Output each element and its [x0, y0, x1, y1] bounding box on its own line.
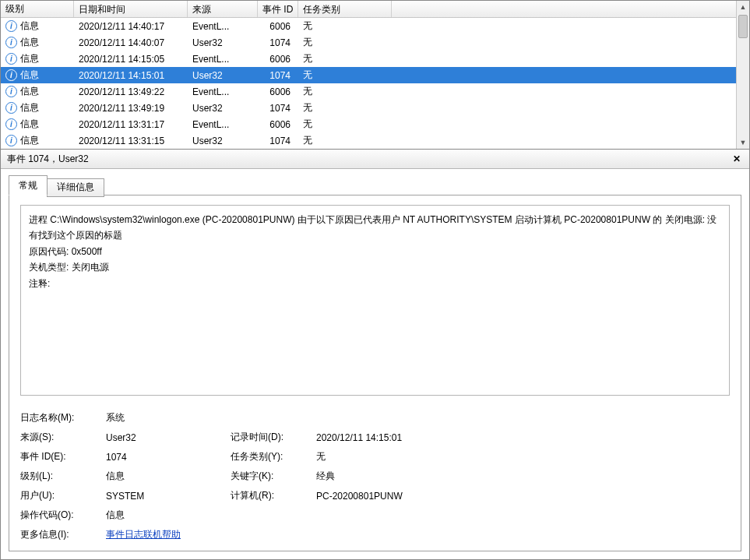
cell-taskcat: 无 [298, 132, 392, 149]
label-computer: 计算机(R): [231, 489, 316, 502]
cell-level: 信息 [20, 69, 39, 82]
value-level: 信息 [106, 470, 231, 483]
scroll-up-icon[interactable]: ▲ [737, 1, 749, 13]
cell-source: User32 [188, 69, 258, 83]
label-moreinfo: 更多信息(I): [20, 528, 106, 541]
desc-reason-code: 原因代码: 0x500ff [29, 244, 721, 259]
cell-datetime: 2020/12/11 13:49:22 [74, 85, 188, 99]
col-header-datetime[interactable]: 日期和时间 [74, 1, 188, 17]
cell-source: User32 [188, 101, 258, 115]
info-icon: i [5, 86, 17, 97]
table-row[interactable]: i信息2020/12/11 13:31:17EventL...6006无 [1, 116, 736, 132]
value-taskcat: 无 [316, 450, 488, 463]
tab-general-page: 进程 C:\Windows\system32\winlogon.exe (PC-… [9, 195, 741, 551]
table-row[interactable]: i信息2020/12/11 14:40:17EventL...6006无 [1, 18, 736, 34]
cell-eventid: 1074 [258, 101, 298, 115]
col-header-source[interactable]: 来源 [188, 1, 258, 17]
value-computer: PC-20200801PUNW [316, 491, 488, 502]
table-row[interactable]: i信息2020/12/11 13:31:15User321074无 [1, 132, 736, 149]
scroll-thumb[interactable] [738, 15, 748, 38]
info-icon: i [5, 69, 17, 81]
table-row[interactable]: i信息2020/12/11 14:40:07User321074无 [1, 34, 736, 51]
value-logged: 2020/12/11 14:15:01 [316, 432, 488, 443]
list-header[interactable]: 级别 日期和时间 来源 事件 ID 任务类别 [1, 1, 736, 18]
cell-taskcat: 无 [298, 67, 392, 83]
desc-line-main: 进程 C:\Windows\system32\winlogon.exe (PC-… [29, 212, 721, 244]
cell-level: 信息 [20, 134, 39, 147]
col-header-level[interactable]: 级别 [1, 1, 74, 17]
cell-datetime: 2020/12/11 13:31:17 [74, 118, 188, 132]
detail-panel-body: 常规 详细信息 进程 C:\Windows\system32\winlogon.… [1, 169, 749, 559]
label-opcode: 操作代码(O): [20, 509, 106, 522]
cell-datetime: 2020/12/11 14:40:17 [74, 19, 188, 33]
list-scrollbar[interactable]: ▲ ▼ [736, 1, 749, 149]
label-user: 用户(U): [20, 489, 106, 502]
label-eventid: 事件 ID(E): [20, 450, 106, 463]
value-user: SYSTEM [106, 491, 231, 502]
event-list[interactable]: 级别 日期和时间 来源 事件 ID 任务类别 i信息2020/12/11 14:… [1, 1, 736, 149]
scroll-down-icon[interactable]: ▼ [737, 136, 749, 149]
info-icon: i [5, 102, 17, 114]
value-opcode: 信息 [106, 509, 231, 522]
cell-eventid: 1074 [258, 69, 298, 83]
label-level: 级别(L): [20, 470, 106, 483]
desc-shutdown-type: 关机类型: 关闭电源 [29, 259, 721, 275]
event-description-box: 进程 C:\Windows\system32\winlogon.exe (PC-… [20, 205, 730, 396]
cell-level: 信息 [20, 52, 39, 65]
table-row[interactable]: i信息2020/12/11 14:15:05EventL...6006无 [1, 51, 736, 67]
cell-level: 信息 [20, 118, 39, 131]
event-metadata-grid: 日志名称(M): 系统 来源(S): User32 记录时间(D): 2020/… [20, 411, 730, 541]
col-header-taskcat[interactable]: 任务类别 [298, 1, 392, 17]
detail-title: 事件 1074，User32 [7, 153, 89, 166]
table-row[interactable]: i信息2020/12/11 14:15:01User321074无 [1, 67, 736, 83]
label-taskcat: 任务类别(Y): [231, 450, 316, 463]
cell-level: 信息 [20, 19, 39, 33]
cell-datetime: 2020/12/11 14:15:01 [74, 69, 188, 83]
info-icon: i [5, 37, 17, 48]
cell-datetime: 2020/12/11 13:31:15 [74, 134, 188, 148]
table-row[interactable]: i信息2020/12/11 13:49:22EventL...6006无 [1, 83, 736, 100]
cell-datetime: 2020/12/11 14:15:05 [74, 52, 188, 66]
info-icon: i [5, 135, 17, 146]
value-source: User32 [106, 432, 231, 443]
cell-taskcat: 无 [298, 100, 392, 116]
desc-comment: 注释: [29, 276, 721, 291]
cell-source: User32 [188, 36, 258, 50]
cell-eventid: 6006 [258, 118, 298, 132]
cell-source: EventL... [188, 85, 258, 99]
label-logname: 日志名称(M): [20, 411, 106, 424]
cell-source: User32 [188, 134, 258, 148]
tab-details[interactable]: 详细信息 [47, 178, 104, 197]
cell-taskcat: 无 [298, 83, 392, 100]
cell-eventid: 6006 [258, 19, 298, 33]
cell-level: 信息 [20, 36, 39, 49]
cell-level: 信息 [20, 101, 39, 114]
cell-source: EventL... [188, 118, 258, 132]
cell-datetime: 2020/12/11 14:40:07 [74, 36, 188, 50]
value-eventid: 1074 [106, 452, 231, 463]
cell-eventid: 6006 [258, 52, 298, 66]
cell-taskcat: 无 [298, 116, 392, 132]
cell-eventid: 1074 [258, 36, 298, 50]
cell-source: EventL... [188, 19, 258, 33]
col-header-eventid[interactable]: 事件 ID [258, 1, 298, 17]
value-logname: 系统 [106, 411, 231, 424]
cell-eventid: 1074 [258, 134, 298, 148]
tab-general[interactable]: 常规 [9, 175, 48, 195]
info-icon: i [5, 20, 17, 32]
value-keywords: 经典 [316, 470, 488, 483]
detail-panel-header: 事件 1074，User32 ✕ [1, 150, 749, 169]
info-icon: i [5, 53, 17, 65]
label-logged: 记录时间(D): [231, 431, 316, 444]
close-icon[interactable]: ✕ [731, 153, 743, 165]
event-viewer-window: 级别 日期和时间 来源 事件 ID 任务类别 i信息2020/12/11 14:… [0, 0, 750, 560]
cell-taskcat: 无 [298, 34, 392, 51]
event-list-panel: 级别 日期和时间 来源 事件 ID 任务类别 i信息2020/12/11 14:… [1, 1, 749, 150]
table-row[interactable]: i信息2020/12/11 13:49:19User321074无 [1, 100, 736, 116]
cell-level: 信息 [20, 85, 39, 98]
info-icon: i [5, 118, 17, 130]
cell-taskcat: 无 [298, 51, 392, 67]
label-keywords: 关键字(K): [231, 470, 316, 483]
label-source: 来源(S): [20, 431, 106, 444]
link-event-log-help[interactable]: 事件日志联机帮助 [106, 529, 181, 540]
